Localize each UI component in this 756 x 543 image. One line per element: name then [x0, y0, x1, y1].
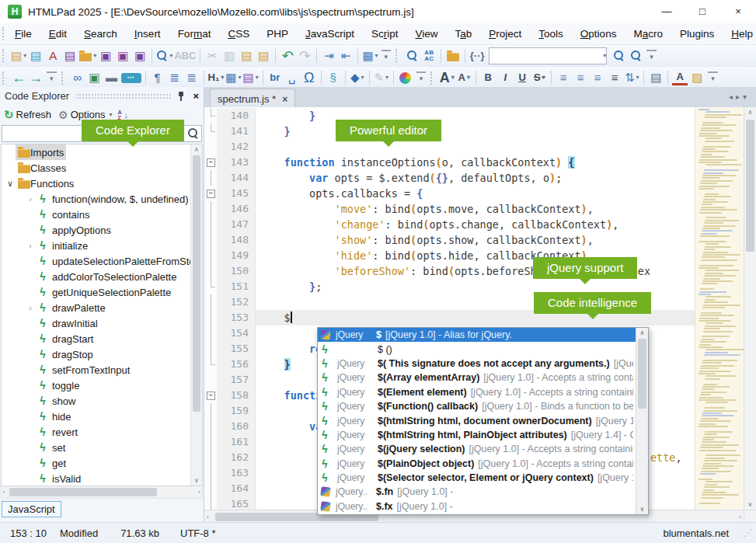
menu-plugins[interactable]: Plugins	[671, 25, 723, 43]
new-document-icon[interactable]: ▤▾	[11, 47, 26, 64]
forward-icon[interactable]: →	[28, 69, 44, 86]
tree-item-contains[interactable]: ϟcontains	[2, 207, 202, 222]
autocomplete-item[interactable]: jQuery$[jQuery 1.0] - Alias for jQuery.	[318, 328, 636, 342]
find-icon[interactable]	[404, 47, 420, 64]
increase-font-icon-dropdown[interactable]: ▾	[451, 70, 455, 85]
scroll-right-icon[interactable]: ›	[737, 513, 744, 520]
new-php-document-icon[interactable]: ▤	[62, 47, 78, 64]
refresh-button[interactable]: Refresh	[16, 109, 52, 120]
tree-item-revert[interactable]: ϟrevert	[2, 424, 202, 440]
scroll-left-icon[interactable]: ‹	[2, 487, 7, 497]
paragraph-mark-icon[interactable]: ¶	[150, 69, 165, 86]
tree-chevron-icon[interactable]: ∨	[5, 179, 16, 189]
fold-gutter[interactable]: −	[204, 186, 217, 201]
tree-item-initialize[interactable]: ›ϟinitialize	[2, 238, 202, 253]
toolbar-grip[interactable]	[395, 49, 401, 62]
line-spacing-icon-dropdown[interactable]: ▾	[636, 70, 639, 85]
tree-item-toggle[interactable]: ϟtoggle	[2, 378, 202, 393]
tree-item-drawpalette[interactable]: ›ϟdrawPalette	[2, 300, 202, 315]
tree-scrollbar-thumb[interactable]	[193, 155, 200, 412]
quick-search-icon[interactable]: ▾	[156, 47, 172, 64]
special-character-icon[interactable]: Ω	[301, 69, 317, 86]
align-left-icon[interactable]: ≡	[556, 69, 571, 86]
scroll-left-icon[interactable]: ‹	[204, 513, 211, 520]
search-toolbar-overflow-button[interactable]: ▾	[646, 50, 657, 62]
strikethrough-icon[interactable]: S▾	[531, 69, 547, 86]
menu-edit[interactable]: Edit	[40, 25, 75, 43]
menu-php[interactable]: PHP	[258, 25, 297, 43]
tree-item-show[interactable]: ϟshow	[2, 393, 202, 409]
find-next-icon[interactable]	[611, 47, 626, 64]
toolbar-grip[interactable]	[2, 49, 8, 62]
font-color-icon[interactable]: A	[672, 71, 688, 85]
new-document-icon-dropdown[interactable]: ▾	[23, 48, 26, 64]
code-snippet-icon[interactable]: {··}	[469, 47, 485, 64]
horizontal-rule-icon[interactable]: ▬	[104, 69, 120, 86]
menu-tab[interactable]: Tab	[447, 25, 481, 43]
brand-link[interactable]: blumentals.net	[663, 527, 729, 539]
unordered-list-icon[interactable]: ≣	[167, 69, 183, 86]
comment-icon[interactable]: ⋯	[121, 73, 141, 83]
quick-search-icon-dropdown[interactable]: ▾	[169, 48, 172, 64]
tree-item-isvalid[interactable]: ϟisValid	[2, 471, 202, 486]
toolbar-grip[interactable]	[430, 71, 436, 85]
scroll-down-icon[interactable]: ∨	[744, 501, 756, 508]
frames-icon[interactable]: ▦▾	[362, 47, 378, 64]
decrease-font-icon-dropdown[interactable]: ▾	[467, 70, 470, 85]
toolbar-grip[interactable]	[61, 71, 67, 85]
fold-collapse-icon[interactable]: −	[207, 392, 215, 400]
undo-icon[interactable]: ↶	[280, 47, 295, 64]
menu-javascript[interactable]: JavaScript	[297, 25, 363, 43]
save-icon[interactable]: ▣	[98, 47, 113, 64]
menu-help[interactable]: Help	[723, 25, 756, 43]
strikethrough-icon-dropdown[interactable]: ▾	[542, 70, 545, 85]
menu-file[interactable]: File	[6, 25, 40, 43]
scroll-up-icon[interactable]: ∧	[744, 109, 756, 116]
back-icon[interactable]: ←	[11, 69, 26, 86]
tree-item-imports[interactable]: Imports	[2, 144, 202, 160]
bold-icon[interactable]: B	[480, 69, 496, 86]
underline-icon[interactable]: U	[514, 69, 530, 86]
tree-item-function-window-undefined-[interactable]: ›ϟfunction(window, $, undefined)	[2, 191, 202, 207]
tab-scroll-right-icon[interactable]: ▸	[736, 92, 743, 101]
scroll-right-icon[interactable]: ›	[197, 487, 202, 497]
tree-item-setfromtextinput[interactable]: ϟsetFromTextInput	[2, 362, 202, 378]
outdent-icon[interactable]: ⇤	[338, 47, 354, 64]
tag-icon-dropdown[interactable]: ▾	[361, 70, 364, 85]
options-button[interactable]: Options	[71, 109, 106, 120]
find-previous-icon[interactable]	[628, 47, 643, 64]
non-breaking-space-icon[interactable]: ␣	[284, 69, 300, 86]
find-in-files-icon[interactable]	[445, 47, 461, 64]
scroll-up-icon[interactable]: ∧	[191, 144, 202, 155]
search-term-combobox[interactable]: ▾	[489, 47, 607, 64]
close-button[interactable]: ×	[720, 0, 756, 23]
popup-scrollbar-thumb[interactable]	[638, 339, 646, 409]
tree-item-addcolortoselectionpalette[interactable]: ϟaddColorToSelectionPalette	[2, 269, 202, 284]
replace-icon[interactable]: AB AC	[421, 47, 437, 64]
close-panel-icon[interactable]: ×	[193, 90, 199, 102]
sort-alphabetical-icon[interactable]: AZ	[118, 110, 122, 120]
paragraph-box-icon[interactable]: ▤	[648, 69, 664, 86]
tree-item-dragstart[interactable]: ϟdragStart	[2, 331, 202, 346]
format-overflow-button[interactable]: ▾	[708, 71, 718, 84]
fold-gutter[interactable]: −	[204, 155, 217, 170]
tree-item-applyoptions[interactable]: ϟapplyOptions	[2, 222, 202, 238]
menu-script[interactable]: Script	[363, 25, 407, 43]
scroll-up-icon[interactable]: ∧	[636, 329, 648, 336]
tree-vertical-scrollbar[interactable]: ∧ ∨	[190, 144, 202, 486]
search-term-combobox-input[interactable]	[489, 49, 601, 63]
table-icon-dropdown[interactable]: ▾	[239, 70, 242, 85]
align-justify-icon[interactable]: ≡	[607, 69, 622, 86]
tab-close-icon[interactable]: ×	[282, 94, 287, 105]
menu-css[interactable]: CSS	[219, 25, 258, 43]
save-all-icon[interactable]: ▣	[115, 47, 131, 64]
gear-icon[interactable]: ⚙	[58, 109, 68, 121]
tree-item-functions[interactable]: ∨Functions	[2, 176, 202, 191]
align-center-icon[interactable]: ≡	[573, 69, 588, 86]
new-html-document-icon[interactable]: A	[45, 47, 61, 64]
menu-insert[interactable]: Insert	[126, 25, 169, 43]
autocomplete-item[interactable]: ϟjQuery$(jQuery selection)[jQuery 1.0] -…	[318, 442, 636, 456]
tree-chevron-icon[interactable]: ›	[25, 241, 36, 250]
decrease-font-icon[interactable]: A▾	[456, 69, 472, 86]
tree-item-dragstop[interactable]: ϟdragStop	[2, 346, 202, 362]
